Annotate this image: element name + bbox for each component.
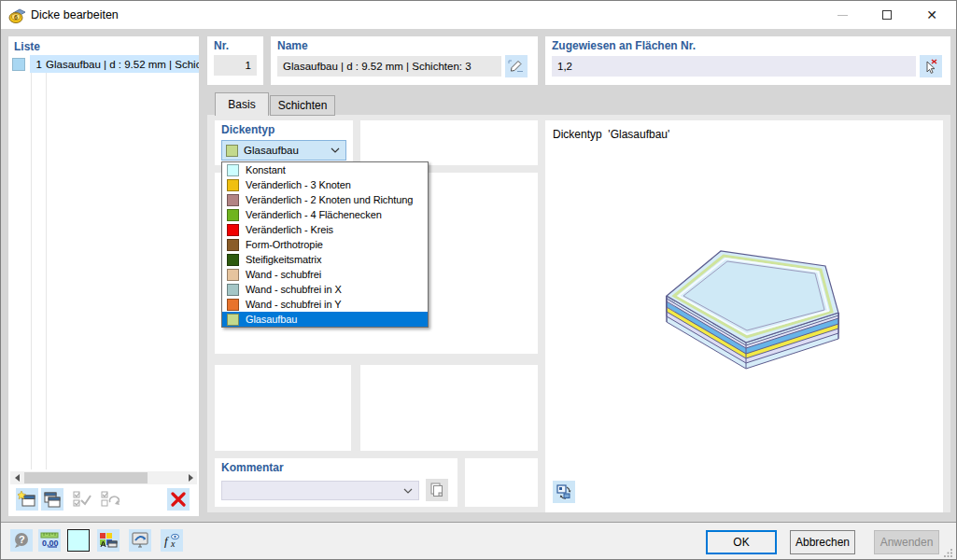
dickentyp-dropdown-list: Konstant Veränderlich - 3 Knoten Verände… (221, 161, 429, 328)
option-swatch (227, 284, 239, 296)
preview-title: Dickentyp 'Glasaufbau' (553, 128, 669, 141)
cursor-red-x-icon (923, 58, 938, 75)
option-label: Veränderlich - 3 Knoten (246, 179, 351, 190)
option-glasaufbau[interactable]: Glasaufbau (222, 312, 428, 327)
rotate-view-icon (556, 483, 572, 500)
option-swatch (227, 299, 239, 311)
scroll-right-arrow[interactable] (184, 471, 197, 484)
option-swatch (227, 224, 239, 236)
nr-label: Nr. (214, 39, 257, 52)
pencil-icon (508, 59, 525, 74)
rotate-view-button[interactable] (553, 481, 575, 503)
minimize-button[interactable] (821, 1, 864, 29)
cancel-button[interactable]: Abbrechen (790, 530, 855, 554)
option-label: Glasaufbau (246, 314, 297, 325)
option-swatch (227, 239, 239, 251)
option-label: Form-Orthotropie (246, 239, 323, 250)
empty-groupbox-small (465, 458, 538, 507)
option-swatch (227, 314, 239, 326)
empty-groupbox-top (360, 120, 538, 165)
maximize-icon (882, 10, 892, 20)
chevron-down-icon (403, 488, 413, 494)
new-thickness-button[interactable] (16, 488, 38, 511)
scrollbar-thumb[interactable] (24, 472, 148, 483)
color-swatch-button[interactable] (67, 529, 90, 552)
selected-type-label: Glasaufbau (244, 145, 299, 156)
kommentar-combobox[interactable] (221, 481, 419, 500)
select-all-button (71, 488, 93, 511)
display-colors-button[interactable] (97, 529, 120, 552)
list-item-thickness-1[interactable]: 1 Glasaufbau | d : 9.52 mm | Schic (8, 55, 199, 73)
close-icon: ✕ (926, 8, 937, 21)
kommentar-label: Kommentar (221, 461, 284, 474)
units-settings-button[interactable]: 0,00 (38, 529, 61, 552)
display-properties-button[interactable] (129, 529, 151, 552)
checkboxes-icon (73, 491, 91, 508)
option-label: Konstant (246, 164, 286, 175)
dickentyp-groupbox: Dickentyp Glasaufbau (215, 120, 353, 165)
svg-text:f: f (164, 534, 170, 548)
option-swatch (227, 164, 239, 176)
new-window-star-icon (18, 491, 36, 508)
pages-icon (429, 483, 444, 497)
monitor-icon (131, 532, 149, 549)
option-konstant[interactable]: Konstant (222, 162, 428, 177)
list-item-text: Glasaufbau | d : 9.52 mm | Schic (46, 59, 199, 70)
option-form-orthotropie[interactable]: Form-Orthotropie (222, 237, 428, 252)
list-item-number: 1 (30, 59, 42, 70)
svg-text:x: x (170, 539, 176, 549)
option-veraenderlich-4-flaechenecken[interactable]: Veränderlich - 4 Flächenecken (222, 207, 428, 222)
comment-copy-button[interactable] (426, 479, 448, 501)
svg-text:?: ? (19, 534, 25, 545)
ok-button[interactable]: OK (706, 530, 777, 554)
copy-thickness-button[interactable] (41, 488, 63, 511)
empty-groupbox-bottom-left (215, 365, 351, 451)
assigned-surfaces-groupbox: Zugewiesen an Flächen Nr. 1,2 (545, 36, 950, 85)
checkbox-refresh-icon (101, 491, 120, 508)
right-arrow-icon (189, 474, 193, 482)
option-veraenderlich-kreis[interactable]: Veränderlich - Kreis (222, 222, 428, 237)
copy-windows-icon (43, 491, 62, 508)
liste-label: Liste (14, 40, 40, 53)
option-wand-schubfrei[interactable]: Wand - schubfrei (222, 267, 428, 282)
option-wand-schubfrei-x[interactable]: Wand - schubfrei in X (222, 282, 428, 297)
option-swatch (227, 194, 239, 206)
selected-type-swatch (226, 145, 238, 157)
kommentar-groupbox: Kommentar (215, 458, 457, 507)
ok-button-label: OK (733, 536, 749, 549)
scroll-left-arrow[interactable] (10, 471, 23, 484)
delete-thickness-button[interactable] (167, 488, 190, 511)
rename-button[interactable] (505, 55, 528, 77)
window-title: Dicke bearbeiten (31, 8, 119, 21)
resize-grip[interactable] (944, 548, 953, 557)
option-veraenderlich-2-knoten-richtung[interactable]: Veränderlich - 2 Knoten und Richtung (222, 192, 428, 207)
maximize-button[interactable] (866, 1, 908, 29)
option-label: Steifigkeitsmatrix (246, 254, 321, 265)
option-steifigkeitsmatrix[interactable]: Steifigkeitsmatrix (222, 252, 428, 267)
nr-field: 1 (214, 55, 257, 76)
chevron-down-icon (331, 147, 340, 153)
option-label: Wand - schubfrei in X (246, 284, 342, 295)
formula-button[interactable]: f x (161, 529, 183, 552)
option-swatch (227, 269, 239, 281)
tab-schichten[interactable]: Schichten (270, 95, 335, 116)
assigned-surfaces-field[interactable]: 1,2 (552, 56, 916, 77)
dickentyp-combobox[interactable]: Glasaufbau (221, 140, 346, 161)
tab-basis[interactable]: Basis (215, 92, 269, 116)
option-wand-schubfrei-y[interactable]: Wand - schubfrei in Y (222, 297, 428, 312)
dialog-icon: 6 (8, 7, 26, 24)
option-label: Wand - schubfrei in Y (246, 299, 341, 310)
option-swatch (227, 179, 239, 191)
select-surfaces-button[interactable] (920, 55, 942, 77)
close-button[interactable]: ✕ (910, 1, 953, 29)
glass-layup-3d-preview (639, 232, 863, 391)
horizontal-scrollbar[interactable] (10, 471, 197, 484)
svg-text:6: 6 (14, 14, 18, 21)
tab-basis-label: Basis (228, 98, 255, 111)
option-veraenderlich-3-knoten[interactable]: Veränderlich - 3 Knoten (222, 177, 428, 192)
option-label: Veränderlich - Kreis (246, 224, 333, 235)
help-button[interactable]: ? (10, 529, 33, 552)
option-label: Wand - schubfrei (246, 269, 321, 280)
fx-eye-icon: f x (162, 532, 181, 549)
units-icon: 0,00 (40, 532, 59, 549)
